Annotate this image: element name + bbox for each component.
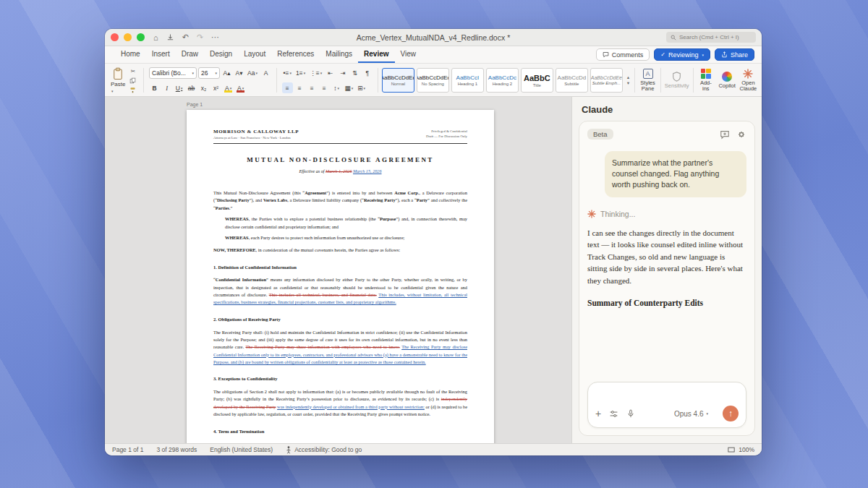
zoom-view-icon[interactable] — [728, 447, 735, 453]
document-canvas[interactable]: Page 1 MORRISON & CALLOWAY LLP Attorneys… — [105, 97, 571, 443]
comments-button[interactable]: Comments — [596, 48, 650, 61]
decrease-indent-icon[interactable]: ⇤ — [325, 67, 336, 78]
doc-block-p: NOW, THEREFORE, in consideration of the … — [213, 247, 467, 254]
tab-mailings[interactable]: Mailings — [320, 47, 358, 63]
strikethrough-button[interactable]: ab — [186, 82, 197, 93]
tab-draw[interactable]: Draw — [176, 47, 204, 63]
style-normal[interactable]: AaBbCcDdEeNormal — [382, 68, 414, 93]
minimize-button[interactable] — [124, 33, 132, 41]
tab-review[interactable]: Review — [358, 47, 394, 63]
send-button[interactable]: ↑ — [723, 406, 739, 421]
close-button[interactable] — [111, 33, 119, 41]
traffic-lights — [111, 33, 145, 41]
tab-design[interactable]: Design — [204, 47, 238, 63]
gallery-down-icon[interactable]: ▼ — [626, 81, 630, 85]
tab-home[interactable]: Home — [115, 47, 146, 63]
page-count[interactable]: Page 1 of 1 — [112, 446, 143, 453]
copy-icon[interactable] — [127, 77, 138, 85]
document-body: Effective as of March 1, 2026 March 15, … — [213, 168, 467, 435]
redo-icon[interactable]: ↷ — [197, 33, 203, 42]
font-color-button[interactable]: A▾ — [235, 82, 246, 93]
shrink-font-icon[interactable]: A▾ — [234, 67, 244, 78]
new-chat-icon[interactable] — [720, 129, 730, 140]
sort-icon[interactable]: ⇅ — [349, 67, 360, 78]
style-sample: AaBbCcDdEe — [382, 74, 414, 81]
gallery-up-icon[interactable]: ▲ — [626, 75, 630, 80]
style-subtitle[interactable]: AaBbCcDdSubtitle — [556, 68, 588, 93]
subscript-button[interactable]: x₂ — [198, 82, 209, 93]
language-status[interactable]: English (United States) — [210, 446, 273, 453]
cut-icon[interactable]: ✂ — [127, 67, 138, 75]
tab-references[interactable]: References — [271, 47, 320, 63]
style-sample: AaBbCcDdEe — [591, 75, 622, 80]
increase-indent-icon[interactable]: ⇥ — [337, 67, 348, 78]
tools-icon[interactable] — [609, 409, 618, 419]
home-icon[interactable]: ⌂ — [153, 33, 158, 42]
share-button[interactable]: Share — [715, 48, 754, 61]
grow-font-icon[interactable]: A▴ — [221, 67, 232, 78]
gallery-scroll[interactable]: ▲▼ — [626, 66, 631, 95]
clear-formatting-icon[interactable]: A — [260, 67, 271, 78]
style-title[interactable]: AaBbCTitle — [521, 68, 553, 93]
chevron-down-icon: ▾ — [702, 53, 704, 57]
save-icon[interactable] — [166, 33, 174, 41]
copilot-button[interactable]: Copilot — [718, 66, 736, 95]
styles-pane-label: Styles Pane — [639, 80, 657, 93]
tab-view[interactable]: View — [395, 47, 422, 63]
zoom-button[interactable] — [137, 33, 145, 41]
chat-input-box[interactable]: + Opus 4.6 ▾ ↑ — [587, 382, 746, 428]
font-name-select[interactable]: Calibri (Bo...▾ — [149, 67, 197, 79]
change-case-icon[interactable]: Aa▾ — [246, 67, 259, 78]
accessibility-status[interactable]: Accessibility: Good to go — [286, 446, 362, 454]
superscript-button[interactable]: x² — [210, 82, 221, 93]
justify-icon[interactable]: ≡ — [319, 82, 330, 93]
ribbon-tab-row: HomeInsertDrawDesignLayoutReferencesMail… — [105, 46, 762, 64]
style-subtle[interactable]: AaBbCcDdEeSubtle Emph... — [590, 68, 623, 93]
align-right-icon[interactable]: ≡ — [307, 82, 318, 93]
align-left-icon[interactable]: ≡ — [282, 82, 293, 93]
styles-pane-button[interactable]: A Styles Pane — [639, 66, 657, 95]
style-heading1[interactable]: AaBbCcIHeading 1 — [451, 68, 484, 93]
align-center-icon[interactable]: ≡ — [294, 82, 305, 93]
undo-icon[interactable]: ↶ — [182, 33, 189, 42]
word-count[interactable]: 3 of 298 words — [156, 446, 197, 453]
highlight-color-button[interactable]: A▾ — [223, 82, 234, 93]
sensitivity-button[interactable]: Sensitivity — [665, 66, 689, 95]
desktop-background: ⌂ ↶ ↷ ⋯ Acme_Vertex_MutualNDA_v4_Redline… — [0, 0, 868, 488]
mic-icon[interactable] — [626, 409, 635, 419]
bold-button[interactable]: B — [149, 82, 160, 93]
line-spacing-icon[interactable]: ↕▾ — [331, 82, 342, 93]
attach-plus-icon[interactable]: + — [595, 408, 601, 419]
format-painter-icon[interactable] — [127, 86, 138, 94]
open-claude-button[interactable]: Open Claude — [739, 66, 757, 95]
settings-gear-icon[interactable] — [736, 129, 746, 140]
italic-button[interactable]: I — [161, 82, 172, 93]
style-heading2[interactable]: AaBbCcDcHeading 2 — [486, 68, 519, 93]
reviewing-button[interactable]: ✓ Reviewing ▾ — [654, 48, 710, 61]
add-ins-button[interactable]: Add-ins — [697, 66, 715, 95]
doc-block-h: 2. Obligations of Receiving Party — [213, 316, 467, 324]
underline-button[interactable]: U▾ — [174, 82, 184, 93]
tab-layout[interactable]: Layout — [238, 47, 271, 63]
doc-block-h: 4. Term and Termination — [213, 428, 467, 436]
shading-icon[interactable]: ▦▾ — [344, 82, 355, 93]
document-page[interactable]: MORRISON & CALLOWAY LLP Attorneys at Law… — [187, 110, 494, 443]
font-size-select[interactable]: 26▾ — [198, 67, 220, 79]
multilevel-list-icon[interactable]: ⋮≡▾ — [308, 67, 323, 78]
open-claude-label: Open Claude — [739, 80, 757, 93]
firm-tagline: Attorneys at Law · San Francisco · New Y… — [213, 136, 299, 140]
paste-button[interactable]: Paste ▾ — [111, 67, 125, 94]
borders-icon[interactable]: ⊞▾ — [356, 82, 367, 93]
bullets-icon[interactable]: •≡▾ — [282, 67, 293, 78]
tab-insert[interactable]: Insert — [146, 47, 176, 63]
zoom-level[interactable]: 100% — [739, 446, 754, 453]
more-icon[interactable]: ⋯ — [211, 33, 219, 42]
search-input[interactable]: Search (Cmd + Ctrl + I) — [666, 32, 756, 43]
style-name: Heading 1 — [458, 82, 477, 86]
style-nospacing[interactable]: AaBbCcDdEeNo Spacing — [417, 68, 449, 93]
ribbon: Paste ▾ ✂ Calibri (Bo...▾ 26▾ A▴ — [105, 64, 762, 97]
model-selector[interactable]: Opus 4.6 ▾ — [674, 410, 708, 418]
thinking-indicator[interactable]: Thinking... — [587, 210, 746, 218]
pilcrow-icon[interactable]: ¶ — [362, 67, 373, 78]
numbering-icon[interactable]: 1≡▾ — [294, 67, 307, 78]
